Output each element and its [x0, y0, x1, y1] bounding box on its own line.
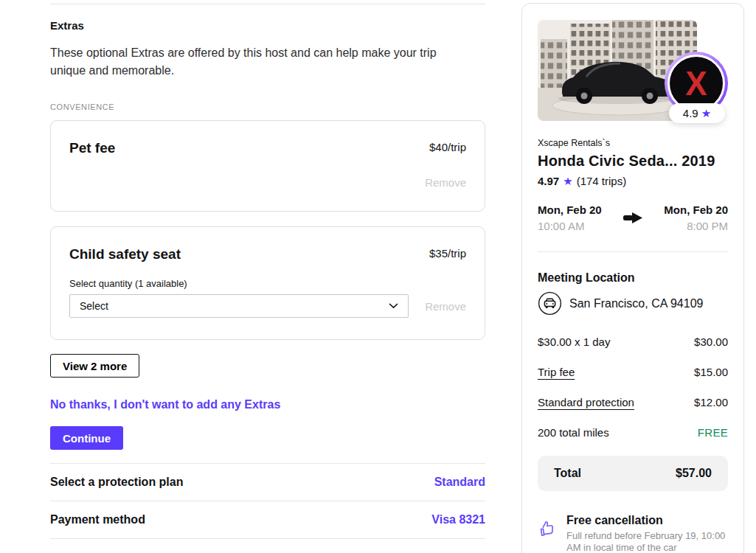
dropoff-date: Mon, Feb 20 [664, 203, 728, 217]
cancellation-note: Free cancellation Full refund before Feb… [538, 513, 728, 553]
quantity-select-value: Select [80, 300, 108, 312]
checkout-settings: Select a protection plan Standard Paymen… [50, 463, 485, 539]
star-icon: ★ [701, 108, 711, 119]
quantity-select[interactable]: Select [69, 294, 409, 318]
extra-price: $35/trip [429, 246, 466, 262]
total-value: $57.00 [676, 467, 712, 480]
arrow-right-icon [623, 212, 642, 223]
meeting-location-heading: Meeting Location [538, 271, 728, 285]
payment-method-label: Payment method [50, 513, 145, 526]
payment-method-value[interactable]: Visa 8321 [431, 513, 485, 526]
extras-heading: Extras [50, 18, 485, 32]
car-icon [538, 291, 562, 316]
chevron-down-icon [389, 303, 398, 309]
star-icon: ★ [563, 175, 572, 187]
price-label: $30.00 x 1 day [538, 335, 610, 349]
cancellation-description: Full refund before February 19, 10:00 AM… [566, 530, 728, 553]
total-row: Total $57.00 [538, 456, 728, 491]
extra-price: $40/trip [429, 139, 466, 156]
protection-plan-label: Select a protection plan [50, 476, 183, 489]
trip-summary-card: X 4.9 ★ Xscape Rentals`s Honda Civic Sed… [521, 3, 744, 553]
dropoff-time: 8:00 PM [664, 219, 728, 233]
extra-card-child-seat: Child safety seat $35/trip Select quanti… [50, 226, 485, 340]
card-divider [538, 251, 728, 252]
pickup-date: Mon, Feb 20 [538, 203, 602, 217]
price-value: $30.00 [694, 335, 728, 349]
price-value: $15.00 [694, 365, 728, 379]
meeting-address: San Francisco, CA 94109 [569, 297, 703, 310]
price-value: $12.00 [694, 395, 728, 409]
payment-method-row[interactable]: Payment method Visa 8321 [50, 501, 485, 539]
protection-fee-link[interactable]: Standard protection [538, 395, 634, 409]
extras-description: These optional Extras are offered by thi… [50, 44, 463, 80]
extra-card-pet-fee: Pet fee $40/trip Remove [50, 120, 485, 212]
vehicle-trips-count: (174 trips) [577, 175, 627, 187]
trip-dates: Mon, Feb 20 10:00 AM Mon, Feb 20 8:00 PM [538, 203, 728, 233]
host-rating-value: 4.9 [683, 107, 698, 119]
total-label: Total [554, 467, 581, 480]
free-badge: FREE [698, 425, 728, 439]
extras-section: Extras These optional Extras are offered… [50, 0, 485, 539]
continue-button[interactable]: Continue [50, 426, 123, 450]
section-divider [50, 4, 485, 4]
price-breakdown: $30.00 x 1 day $30.00 Trip fee $15.00 St… [538, 335, 728, 439]
quantity-label: Select quantity (1 available) [69, 278, 466, 290]
extra-name: Child safety seat [69, 246, 181, 262]
vehicle-title: Honda Civic Seda... 2019 [538, 152, 728, 170]
price-label: 200 total miles [538, 425, 609, 439]
extra-name: Pet fee [69, 139, 115, 156]
protection-plan-row[interactable]: Select a protection plan Standard [50, 464, 485, 501]
remove-extra-button[interactable]: Remove [425, 176, 466, 189]
cancellation-title: Free cancellation [566, 513, 728, 528]
host-rating-badge: 4.9 ★ [669, 103, 725, 123]
remove-extra-button[interactable]: Remove [425, 300, 466, 313]
pickup-time: 10:00 AM [538, 219, 602, 233]
trip-fee-link[interactable]: Trip fee [538, 365, 575, 379]
protection-plan-value[interactable]: Standard [434, 476, 485, 489]
decline-extras-link[interactable]: No thanks, I don't want to add any Extra… [50, 397, 280, 411]
checkout-page: Extras These optional Extras are offered… [0, 0, 756, 553]
view-more-button[interactable]: View 2 more [50, 354, 139, 378]
thumbs-up-icon [538, 519, 557, 538]
vehicle-rating-value: 4.97 [538, 175, 559, 187]
extras-category-label: CONVENIENCE [50, 102, 485, 112]
host-name: Xscape Rentals`s [538, 137, 728, 149]
